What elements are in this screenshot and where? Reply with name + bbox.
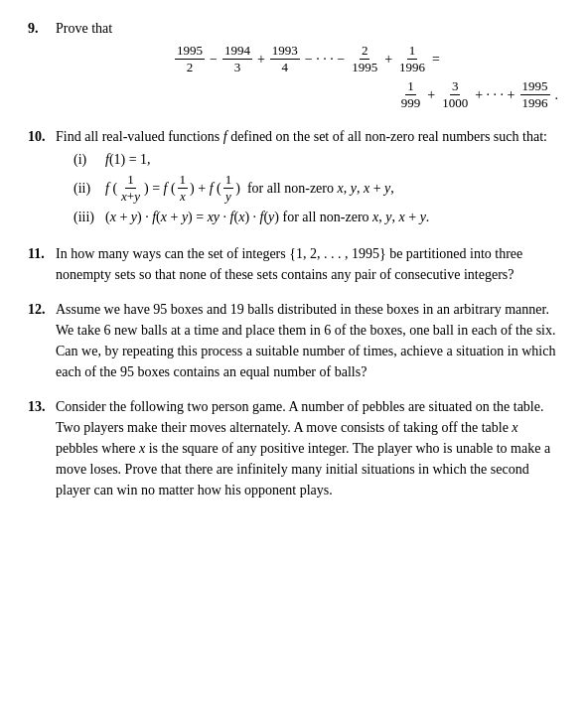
problem-12: 12. Assume we have 95 boxes and 19 balls… [28,299,560,382]
frac-1995-1996: 19951996 [520,78,550,110]
problem-12-content: Assume we have 95 boxes and 19 balls dis… [56,299,560,382]
problem-10-number: 10. [28,126,56,228]
frac-2-1995: 21995 [350,43,379,74]
problem-9-text: Prove that [56,21,112,36]
problem-10-parts: (i) f(1) = 1, (ii) f ( 1x+y ) = f ( 1x )… [56,149,560,226]
problem-12-number: 12. [28,299,56,382]
frac-1993-4: 19934 [270,43,300,74]
problem-10-intro: Find all real-valued functions f defined… [56,129,547,144]
part-i-content: f(1) = 1, [105,149,560,170]
problem-13-content: Consider the following two person game. … [56,396,560,500]
problem-9-equation-line2: 1999 + 31000 + · · · + 19951996 . [56,78,560,110]
frac-1-y: 1y [223,172,234,204]
frac-3-1000: 31000 [440,78,470,110]
problem-10-content: Find all real-valued functions f defined… [56,126,560,228]
problem-12-text: Assume we have 95 boxes and 19 balls dis… [56,302,556,379]
problem-11: 11. In how many ways can the set of inte… [28,243,560,285]
problem-13: 13. Consider the following two person ga… [28,396,560,500]
part-iii-label: (iii) [74,207,105,227]
problem-10-part-i: (i) f(1) = 1, [74,149,560,170]
frac-1994-3: 19943 [222,43,252,74]
problem-13-number: 13. [28,396,56,500]
problem-9: 9. Prove that 19952 − 19943 + 19934 − · … [28,18,560,112]
frac-1995-2: 19952 [175,43,205,74]
part-iii-content: (x + y) · f(x + y) = xy · f(x) · f(y) fo… [105,207,560,227]
problem-11-number: 11. [28,243,56,285]
problem-9-equation-line1: 19952 − 19943 + 19934 − · · · − 21995 + … [56,43,560,74]
frac-1-x: 1x [178,172,189,204]
part-ii-label: (ii) [74,178,105,199]
problem-9-content: Prove that 19952 − 19943 + 19934 − · · ·… [56,18,560,112]
part-ii-content: f ( 1x+y ) = f ( 1x ) + f ( 1y ) for all… [105,172,560,204]
problem-13-text: Consider the following two person game. … [56,399,550,497]
part-i-label: (i) [74,149,105,170]
frac-1-xpy: 1x+y [119,172,142,204]
problem-11-text: In how many ways can the set of integers… [56,246,522,282]
frac-1-999: 1999 [399,78,423,110]
problem-10-part-iii: (iii) (x + y) · f(x + y) = xy · f(x) · f… [74,207,560,227]
problem-10: 10. Find all real-valued functions f def… [28,126,560,228]
problem-11-content: In how many ways can the set of integers… [56,243,560,285]
frac-1-1996: 11996 [397,43,427,74]
problem-10-part-ii: (ii) f ( 1x+y ) = f ( 1x ) + f ( 1y ) fo… [74,172,560,204]
problem-9-number: 9. [28,18,56,112]
